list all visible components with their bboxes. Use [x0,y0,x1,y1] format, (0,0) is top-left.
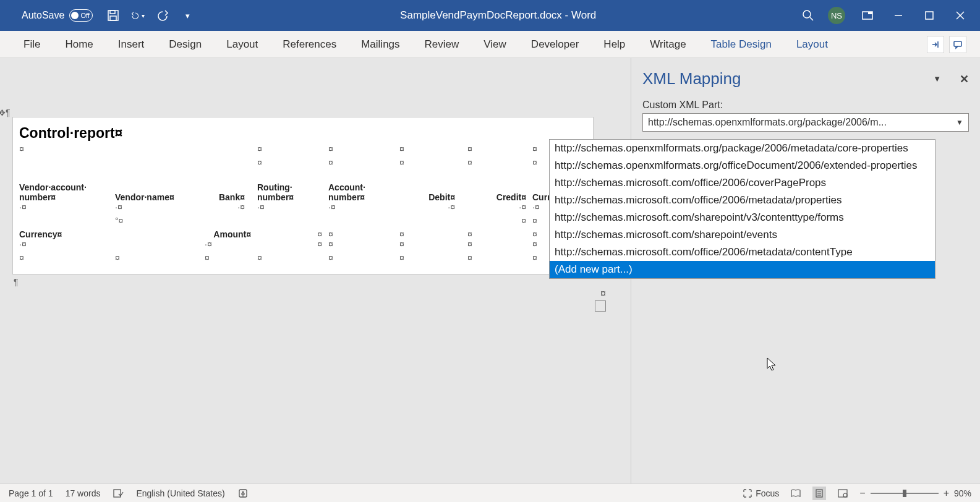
table-cell: ·¤ [467,202,532,216]
dropdown-item[interactable]: http://schemas.microsoft.com/office/2006… [550,174,935,192]
minimize-icon[interactable] [890,9,907,22]
zoom-level[interactable]: 90% [954,488,971,498]
table-cell: ¤ [19,144,115,158]
table-cell: ¤ [257,239,328,253]
report-table: ¤ ¤ ¤ ¤ ¤ ¤ ¤ ¤ ¤ ¤ ¤ V [19,144,587,266]
pane-title: XML Mapping [642,69,741,88]
close-pane-icon[interactable]: ✕ [960,72,969,86]
table-cell: ¤ [399,229,467,239]
user-avatar[interactable]: NS [828,7,845,24]
tab-review[interactable]: Review [412,31,472,58]
dropdown-item[interactable]: http://schemas.microsoft.com/sharepoint/… [550,209,935,226]
dropdown-item[interactable]: http://schemas.openxmlformats.org/office… [550,157,935,174]
toggle-knob [71,12,79,19]
titlebar: AutoSave Off ▾ ▾ SampleVendPaymDocReport… [0,0,980,31]
print-layout-icon[interactable] [812,487,826,500]
table-cell: ¤ [399,239,467,253]
tab-home[interactable]: Home [53,31,105,58]
page-indicator[interactable]: Page 1 of 1 [9,488,53,498]
zoom-in-icon[interactable]: + [944,488,949,499]
table-cell: ¤ [328,158,399,171]
share-icon[interactable] [927,36,944,53]
zoom-slider[interactable] [871,493,939,494]
tab-design[interactable]: Design [156,31,214,58]
web-layout-icon[interactable] [836,487,850,500]
table-cell: ¤ [467,253,532,266]
table-cell: ·¤ [205,202,257,216]
spellcheck-icon[interactable] [113,488,124,499]
svg-rect-1 [110,11,115,14]
tab-insert[interactable]: Insert [106,31,157,58]
xml-part-combo[interactable]: http://schemas.openxmlformats.org/packag… [642,113,969,132]
svg-point-20 [843,493,847,497]
document-area[interactable]: ✥¶ Control·report¤ ¤ ¤ ¤ ¤ ¤ ¤ ¤ ¤ ¤ [0,58,631,483]
tab-mailings[interactable]: Mailings [349,31,412,58]
table-cell: ¤ [328,239,399,253]
save-icon[interactable] [106,9,120,22]
ribbon-display-icon[interactable] [859,9,876,22]
table-cell: ¤ [19,253,115,266]
tab-view[interactable]: View [471,31,519,58]
table-cell: ¤ [467,229,532,239]
dropdown-item[interactable]: http://schemas.microsoft.com/sharepoint/… [550,226,935,244]
table-cell: ¤ [115,253,205,266]
customize-qat-icon[interactable]: ▾ [181,9,194,22]
table-anchor-icon[interactable]: ✥¶ [0,108,11,117]
search-icon[interactable] [802,9,814,22]
statusbar: Page 1 of 1 17 words English (United Sta… [0,483,980,502]
toggle-switch[interactable]: Off [69,9,93,22]
table-resize-handle[interactable] [595,300,606,312]
focus-mode[interactable]: Focus [743,488,779,498]
combo-value: http://schemas.openxmlformats.org/packag… [648,117,887,128]
table-cell: ¤ [399,158,467,171]
tab-table-design[interactable]: Table Design [699,31,784,58]
table-cell: ·¤ [19,239,115,253]
read-mode-icon[interactable] [789,487,803,500]
tab-help[interactable]: Help [591,31,637,58]
dropdown-item[interactable]: http://schemas.microsoft.com/office/2006… [550,244,935,261]
svg-rect-2 [110,16,116,20]
comments-icon[interactable] [949,36,966,53]
col-header: Bank¤ [205,192,257,202]
zoom-out-icon[interactable]: − [859,488,865,499]
autosave-label: AutoSave [22,10,64,21]
col-header: Routing· [257,182,328,192]
table-cell: ¤ [328,253,399,266]
svg-point-3 [803,11,811,18]
dropdown-item-add-new[interactable]: (Add new part...) [550,261,935,278]
word-count[interactable]: 17 words [66,488,101,498]
col-header: Amount¤ [205,229,257,239]
table-cell: ¤ [399,144,467,158]
tab-writage[interactable]: Writage [637,31,698,58]
tab-layout-table[interactable]: Layout [784,31,840,58]
pane-options-icon[interactable]: ▼ [933,74,941,83]
close-icon[interactable] [952,9,969,22]
svg-line-4 [810,17,813,20]
col-header: number¤ [19,192,115,202]
redo-icon[interactable] [156,9,169,22]
tab-layout[interactable]: Layout [214,31,270,58]
col-header: Debit¤ [399,192,467,202]
table-cell: ¤ [467,216,532,229]
table-cell: ·¤ [399,202,467,216]
table-cell: ¤ [467,158,532,171]
table-cell: ¤ [467,144,532,158]
quick-access-toolbar: ▾ ▾ [106,9,194,22]
table-cell: ¤ [328,144,399,158]
autosave-toggle[interactable]: AutoSave Off [22,9,93,22]
chevron-down-icon: ▼ [956,118,963,127]
accessibility-icon[interactable] [237,488,249,499]
table-cell: ·¤ [115,202,205,216]
tab-file[interactable]: File [11,31,53,58]
maximize-icon[interactable] [921,9,938,22]
undo-icon[interactable]: ▾ [131,9,145,22]
dropdown-item[interactable]: http://schemas.openxmlformats.org/packag… [550,140,935,157]
ribbon-extra [927,36,969,53]
dropdown-item[interactable]: http://schemas.microsoft.com/office/2006… [550,192,935,209]
svg-point-14 [242,491,244,493]
combo-label: Custom XML Part: [642,100,969,111]
svg-rect-12 [114,490,121,497]
language-indicator[interactable]: English (United States) [136,488,224,498]
tab-references[interactable]: References [270,31,349,58]
tab-developer[interactable]: Developer [519,31,592,58]
